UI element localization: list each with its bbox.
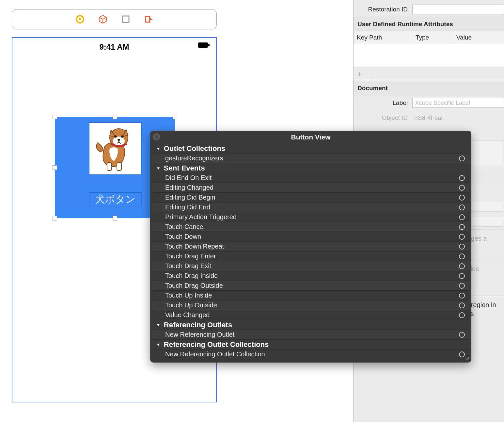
popup-event-label: Touch Up Outside [165, 301, 217, 309]
udra-buttons: ＋ － [354, 67, 504, 81]
object-id-value: hS8-4f-sat [412, 114, 504, 122]
popup-event-row[interactable]: Touch Down [152, 232, 469, 242]
popup-title: Button View [150, 133, 471, 141]
connection-socket-icon[interactable] [459, 155, 465, 161]
connection-socket-icon[interactable] [459, 195, 465, 201]
udra-table-body[interactable] [354, 44, 504, 67]
popup-event-row[interactable]: Touch Up Inside [152, 291, 469, 300]
popup-event-row[interactable]: Editing Did Begin [152, 193, 469, 203]
svg-rect-10 [107, 163, 112, 170]
connection-socket-icon[interactable] [459, 283, 465, 289]
popup-section-header[interactable]: ▼Sent Events [152, 163, 469, 173]
svg-point-17 [121, 136, 123, 138]
popup-event-row[interactable]: New Referencing Outlet [152, 330, 469, 340]
connection-socket-icon[interactable] [459, 253, 465, 259]
popup-event-row[interactable]: Touch Down Repeat [152, 242, 469, 252]
connection-socket-icon[interactable] [459, 351, 465, 357]
document-section-title: Document [354, 81, 504, 95]
connection-socket-icon[interactable] [459, 312, 465, 318]
doc-label-input[interactable] [412, 98, 504, 108]
disclosure-triangle-icon[interactable]: ▼ [156, 166, 161, 170]
connection-socket-icon[interactable] [459, 224, 465, 230]
status-time: 9:41 AM [99, 42, 129, 52]
popup-event-row[interactable]: Primary Action Triggered [152, 212, 469, 222]
popup-section-header[interactable]: ▼Referencing Outlet Collections [152, 340, 469, 349]
connection-socket-icon[interactable] [459, 332, 465, 338]
svg-rect-8 [198, 42, 208, 48]
svg-marker-7 [150, 18, 153, 21]
connection-socket-icon[interactable] [459, 302, 465, 308]
connections-popup[interactable]: ✕ Button View ▼Outlet Collectionsgesture… [150, 131, 471, 363]
scene-toolbar [12, 9, 217, 29]
popup-event-row[interactable]: Touch Drag Exit [152, 261, 469, 271]
popup-event-row[interactable]: Touch Up Outside [152, 300, 469, 310]
disclosure-triangle-icon[interactable]: ▼ [156, 342, 161, 347]
exit-segue-icon[interactable] [144, 15, 153, 24]
popup-event-label: Editing Did Begin [165, 194, 215, 201]
status-bar: 9:41 AM [12, 42, 216, 52]
popup-event-row[interactable]: Value Changed [152, 310, 469, 320]
svg-rect-1 [79, 18, 81, 20]
popup-event-label: Touch Up Inside [165, 292, 212, 299]
disclosure-triangle-icon[interactable]: ▼ [156, 146, 161, 151]
popup-event-label: Touch Drag Exit [165, 262, 211, 270]
popup-event-row[interactable]: Editing Changed [152, 183, 469, 193]
popup-event-label: Did End On Exit [165, 174, 212, 182]
svg-point-16 [115, 136, 117, 138]
object-id-label: Object ID [354, 114, 412, 122]
popup-event-label: Editing Changed [165, 184, 213, 191]
popup-event-label: Touch Down Repeat [165, 243, 224, 250]
udra-col-value[interactable]: Value [453, 31, 504, 44]
popup-event-label: Value Changed [165, 311, 210, 319]
popup-event-row[interactable]: gestureRecognizers [152, 154, 469, 163]
view-icon[interactable] [121, 15, 130, 24]
popup-event-label: Touch Drag Inside [165, 272, 218, 280]
popup-event-label: Editing Did End [165, 203, 210, 211]
connection-socket-icon[interactable] [459, 204, 465, 210]
popup-event-row[interactable]: New Referencing Outlet Collection [152, 349, 469, 359]
udra-section-title: User Defined Runtime Attributes [354, 17, 504, 31]
udra-columns: Key Path Type Value [354, 31, 504, 44]
svg-rect-4 [122, 16, 129, 23]
button-title-label: 犬ボタン [89, 192, 142, 206]
popup-event-row[interactable]: Touch Drag Enter [152, 252, 469, 261]
connection-socket-icon[interactable] [459, 185, 465, 191]
connection-socket-icon[interactable] [459, 293, 465, 299]
dog-icon [91, 124, 140, 173]
popup-resize-grip[interactable] [465, 356, 470, 361]
popup-event-label: Touch Drag Outside [165, 282, 223, 289]
popup-event-label: Touch Down [165, 233, 201, 240]
popup-event-row[interactable]: Touch Drag Inside [152, 271, 469, 281]
udra-add-button[interactable]: ＋ [356, 70, 363, 78]
svg-rect-6 [146, 17, 149, 22]
connection-socket-icon[interactable] [459, 214, 465, 220]
battery-icon [198, 42, 210, 50]
popup-event-label: Touch Cancel [165, 223, 205, 231]
popup-event-label: Primary Action Triggered [165, 213, 237, 221]
restoration-id-input[interactable] [412, 5, 504, 14]
connection-socket-icon[interactable] [459, 273, 465, 279]
popup-event-row[interactable]: Did End On Exit [152, 173, 469, 183]
popup-section-title: Referencing Outlets [164, 321, 232, 329]
popup-event-row[interactable]: Touch Drag Outside [152, 281, 469, 291]
popup-event-row[interactable]: Editing Did End [152, 203, 469, 212]
udra-remove-button[interactable]: － [368, 70, 375, 78]
svg-point-18 [118, 139, 120, 141]
disclosure-triangle-icon[interactable]: ▼ [156, 323, 161, 327]
popup-event-row[interactable]: Touch Cancel [152, 222, 469, 232]
udra-col-type[interactable]: Type [412, 31, 453, 44]
popup-event-label: New Referencing Outlet [165, 331, 234, 338]
udra-col-keypath[interactable]: Key Path [354, 31, 412, 44]
doc-label-label: Label [354, 99, 412, 106]
connection-socket-icon[interactable] [459, 175, 465, 181]
popup-section-header[interactable]: ▼Outlet Collections [152, 144, 469, 154]
popup-event-label: gestureRecognizers [165, 154, 223, 162]
popup-section-header[interactable]: ▼Referencing Outlets [152, 320, 469, 330]
svg-rect-9 [208, 44, 210, 46]
connection-socket-icon[interactable] [459, 244, 465, 250]
first-responder-icon[interactable] [75, 15, 85, 24]
exit-icon-cube[interactable] [98, 15, 107, 24]
popup-event-label: New Referencing Outlet Collection [165, 350, 265, 358]
connection-socket-icon[interactable] [459, 234, 465, 240]
connection-socket-icon[interactable] [459, 263, 465, 269]
